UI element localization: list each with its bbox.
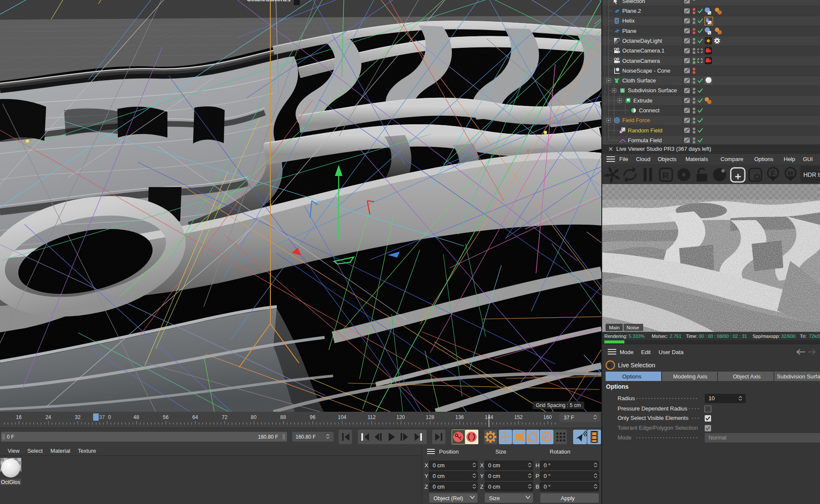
svg-text:X: X <box>425 462 428 469</box>
svg-text:Rendering:: Rendering: <box>604 334 627 339</box>
svg-text:24: 24 <box>45 414 51 420</box>
svg-text:Size: Size <box>495 448 506 455</box>
svg-text:P: P <box>536 473 539 479</box>
svg-text:Random Field: Random Field <box>628 127 662 134</box>
svg-text:112: 112 <box>367 414 375 420</box>
svg-text:Apply: Apply <box>561 495 575 501</box>
svg-text:B: B <box>536 483 539 490</box>
svg-text:Objects: Objects <box>658 156 677 162</box>
svg-text:Z: Z <box>425 483 428 490</box>
svg-text:160.80 F: 160.80 F <box>258 434 278 440</box>
svg-text:128: 128 <box>426 414 434 420</box>
svg-text:2.751: 2.751 <box>670 334 682 339</box>
svg-text:104: 104 <box>338 414 346 420</box>
svg-text:Connect: Connect <box>639 107 660 114</box>
svg-text:72: 72 <box>222 414 228 420</box>
svg-text:Position: Position <box>439 448 459 455</box>
svg-text:0: 0 <box>108 414 111 420</box>
svg-text:NoiseScape - Cone: NoiseScape - Cone <box>622 67 671 74</box>
svg-text:Subdivision Surface: Subdivision Surface <box>628 87 677 94</box>
svg-text:0 °: 0 ° <box>544 483 551 490</box>
svg-text:Plane: Plane <box>622 28 636 34</box>
svg-text:OctGlos: OctGlos <box>1 479 20 485</box>
svg-text:Options: Options <box>754 156 773 162</box>
svg-text:0 °: 0 ° <box>544 462 551 469</box>
svg-text:Formula Field: Formula Field <box>628 137 662 144</box>
svg-text:Cloth Surface: Cloth Surface <box>622 77 656 84</box>
svg-text:37: 37 <box>99 414 105 420</box>
svg-text:Z: Z <box>480 483 483 490</box>
svg-text:Edit: Edit <box>641 349 651 355</box>
svg-text:M: M <box>788 170 794 177</box>
svg-text:OctaneDayLight: OctaneDayLight <box>622 38 662 44</box>
svg-text:152: 152 <box>514 414 523 420</box>
svg-text:Options: Options <box>606 383 629 390</box>
svg-text:00 : 00 : 08/00 : 02 : 31: 00 : 00 : 08/00 : 02 : 31 <box>699 334 747 339</box>
svg-text:Options: Options <box>622 373 641 380</box>
svg-text:0 cm: 0 cm <box>433 483 445 490</box>
svg-text:Spp/maxspp:: Spp/maxspp: <box>753 334 780 339</box>
svg-text:Modeling Axis: Modeling Axis <box>673 373 708 380</box>
svg-text:Size: Size <box>489 495 500 501</box>
svg-text:0 cm: 0 cm <box>433 462 445 469</box>
svg-text:Object Axis: Object Axis <box>733 373 761 380</box>
svg-text:F: F <box>771 170 775 177</box>
svg-text:Object (Rel): Object (Rel) <box>433 495 463 501</box>
svg-text:Tolerant Edge/Polygon Selectio: Tolerant Edge/Polygon Selection <box>618 425 698 431</box>
svg-text:Materials: Materials <box>685 156 708 162</box>
svg-text:Radius: Radius <box>618 395 635 401</box>
svg-text:Extrude: Extrude <box>633 97 653 104</box>
svg-text:32: 32 <box>75 414 81 420</box>
svg-text:Y: Y <box>425 473 428 479</box>
svg-text:GUI: GUI <box>803 156 813 162</box>
svg-text:Selection: Selection <box>622 0 645 4</box>
svg-text:HDR to: HDR to <box>803 171 820 178</box>
svg-text:Ms/sec:: Ms/sec: <box>652 334 668 339</box>
svg-text:136: 136 <box>455 414 464 420</box>
svg-text:160.80 F: 160.80 F <box>296 434 316 440</box>
svg-text:Live Selection: Live Selection <box>618 362 655 369</box>
svg-text:0 cm: 0 cm <box>488 473 500 479</box>
svg-text:Mode: Mode <box>618 434 632 441</box>
svg-text:10: 10 <box>709 395 715 401</box>
svg-text:OctaneCamera: OctaneCamera <box>622 58 660 64</box>
svg-text:Noise: Noise <box>627 325 639 330</box>
svg-text:0 cm: 0 cm <box>488 483 500 490</box>
svg-text:80: 80 <box>251 414 257 420</box>
svg-text:Field Force: Field Force <box>622 117 650 123</box>
svg-text:Cloud: Cloud <box>636 156 650 162</box>
svg-text:Main: Main <box>609 325 620 330</box>
svg-text:X: X <box>480 462 484 469</box>
svg-text:Mode: Mode <box>620 349 634 355</box>
svg-text:0 cm: 0 cm <box>488 462 500 469</box>
svg-text:5.333%: 5.333% <box>629 334 645 339</box>
svg-text:37 F: 37 F <box>564 415 574 421</box>
svg-text:Pressure Dependent Radius: Pressure Dependent Radius <box>618 405 688 412</box>
svg-text:Rotation: Rotation <box>550 448 570 455</box>
svg-text:Helix: Helix <box>622 18 635 24</box>
svg-text:0 F: 0 F <box>7 434 14 440</box>
svg-text:R: R <box>662 170 669 180</box>
svg-text:Help: Help <box>784 156 795 162</box>
svg-text:File: File <box>619 156 628 162</box>
svg-text:56: 56 <box>163 414 169 420</box>
svg-text:160: 160 <box>543 414 552 420</box>
svg-text:Tri:: Tri: <box>800 334 806 339</box>
svg-text:Normal: Normal <box>709 434 726 441</box>
svg-text:64: 64 <box>192 414 198 420</box>
svg-text:Plane.2: Plane.2 <box>622 8 641 14</box>
svg-text:120: 120 <box>396 414 405 420</box>
svg-text:Only Select Visible Elements: Only Select Visible Elements <box>618 415 688 421</box>
svg-text:H: H <box>536 462 539 469</box>
svg-text:32/600: 32/600 <box>781 334 796 339</box>
svg-text:Y: Y <box>480 473 484 479</box>
svg-text:0 °: 0 ° <box>544 473 551 479</box>
svg-text:72k/0: 72k/0 <box>809 334 820 339</box>
svg-text:48: 48 <box>133 414 139 420</box>
svg-text:Subdivision Surfa: Subdivision Surfa <box>777 373 820 380</box>
svg-text:User Data: User Data <box>659 349 684 355</box>
svg-text:88: 88 <box>280 414 286 420</box>
svg-text:OctaneCamera.1: OctaneCamera.1 <box>622 47 665 54</box>
svg-text:Compare: Compare <box>720 156 743 162</box>
svg-text:Time:: Time: <box>686 334 697 339</box>
